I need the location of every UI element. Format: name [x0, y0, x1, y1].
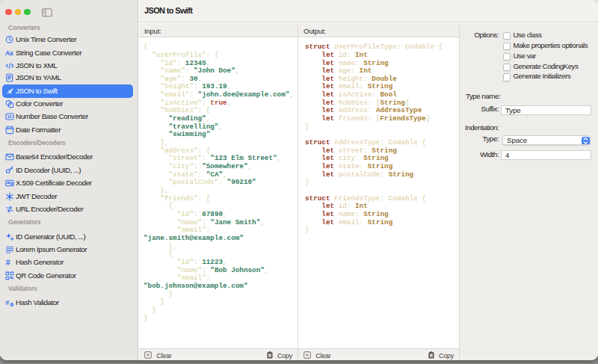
svg-text:Aa: Aa	[5, 49, 13, 57]
svg-text:#: #	[6, 259, 10, 267]
svg-text:#: #	[5, 298, 10, 306]
svg-text:10: 10	[7, 115, 12, 120]
